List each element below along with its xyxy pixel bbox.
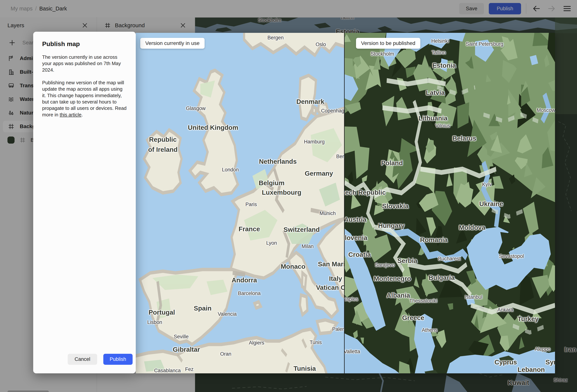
dialog-paragraph-1: The version currently in use across your…: [42, 54, 127, 73]
publish-button-dialog[interactable]: Publish: [103, 354, 133, 365]
version-compare-overlay: Version currently in use BergenOsloGlasg…: [136, 33, 555, 373]
dialog-paragraph-2-period: .: [81, 112, 83, 117]
this-article-link[interactable]: this article: [60, 112, 81, 117]
dialog-paragraph-2: Publishing new version of the map will u…: [42, 79, 127, 118]
dialog-paragraph-2-text: Publishing new version of the map will u…: [42, 80, 126, 117]
dialog-actions: Cancel Publish: [68, 354, 133, 365]
light-map-art: [136, 33, 344, 373]
new-version-chip: Version to be published: [356, 38, 420, 49]
dark-map-art: [345, 33, 555, 373]
publish-map-dialog: Publish map The version currently in use…: [33, 32, 136, 373]
map-preview-current-version[interactable]: Version currently in use BergenOsloGlasg…: [136, 33, 344, 373]
current-version-chip: Version currently in use: [140, 38, 205, 49]
dialog-title: Publish map: [42, 40, 127, 48]
map-editor-app: My maps / Basic_Dark Save Publish Layers: [0, 0, 577, 392]
cancel-button[interactable]: Cancel: [68, 354, 97, 365]
map-preview-new-version[interactable]: Version to be published HelsinkiSaint Pe…: [345, 33, 555, 373]
